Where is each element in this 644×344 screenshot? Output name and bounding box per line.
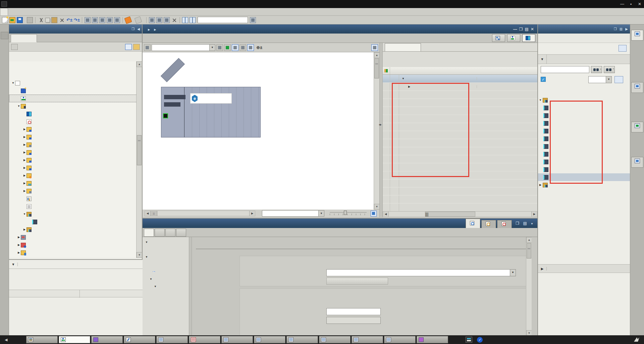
scroll-down-icon[interactable]: ▼ xyxy=(374,204,380,210)
catalog-group-modules[interactable]: ▼ xyxy=(538,96,631,104)
overview-row[interactable] xyxy=(383,107,537,115)
prop-nav-item[interactable] xyxy=(143,268,189,275)
overview-horizontal-scrollbar[interactable]: ◀ ||| ▶ xyxy=(383,211,537,217)
taskbar-item[interactable] xyxy=(254,336,285,343)
close-icon[interactable]: ✕ xyxy=(635,0,644,8)
show-addresses-icon[interactable] xyxy=(216,44,223,51)
fit-to-view-icon[interactable] xyxy=(371,211,377,217)
taskbar-item[interactable] xyxy=(384,336,416,343)
restore-window-icon[interactable] xyxy=(156,17,162,23)
tree-item[interactable]: ▶ xyxy=(9,172,137,179)
expand-arrow-icon[interactable]: ▼ xyxy=(149,278,153,281)
expand-arrow-icon[interactable]: ▼ xyxy=(538,99,543,102)
scroll-up-icon[interactable]: ▲ xyxy=(526,237,532,243)
chevron-down-icon[interactable]: ▼ xyxy=(510,270,516,276)
tree-item[interactable]: ▶ xyxy=(9,141,137,149)
scrollbar-thumb[interactable]: ||| xyxy=(151,211,157,216)
scrollbar-thumb[interactable] xyxy=(374,58,379,78)
scrollbar-thumb[interactable] xyxy=(137,135,142,165)
prop-nav-item[interactable]: ▼ xyxy=(143,283,189,290)
array-window-icon[interactable] xyxy=(164,17,170,23)
save-project-icon[interactable] xyxy=(17,17,23,23)
tree-item[interactable] xyxy=(9,110,137,118)
expand-arrow-icon[interactable]: ▶ xyxy=(17,251,21,254)
tree-item[interactable]: ▼ xyxy=(9,79,137,87)
download-icon[interactable] xyxy=(92,17,98,23)
expand-arrow-icon[interactable]: ▼ xyxy=(11,81,15,84)
scroll-left-icon[interactable]: ◀ xyxy=(383,212,389,217)
prop-nav-item[interactable] xyxy=(143,290,189,297)
overview-row[interactable] xyxy=(383,147,537,155)
profile-select[interactable]: ▼ xyxy=(588,76,612,83)
split-horizontal-icon[interactable] xyxy=(182,17,188,23)
scroll-up-icon[interactable]: ▲ xyxy=(374,52,380,58)
taskbar-item[interactable] xyxy=(352,336,383,343)
catalog-module[interactable] xyxy=(538,135,631,142)
tree-item[interactable]: ▼ xyxy=(9,210,137,218)
zoom-slider[interactable] xyxy=(330,211,367,216)
catalog-module[interactable] xyxy=(538,142,631,150)
subtab-1[interactable] xyxy=(155,229,165,237)
collapse-catalog-icon[interactable]: ▼ xyxy=(538,55,547,64)
overview-row[interactable] xyxy=(383,139,537,147)
expand-arrow-icon[interactable]: ▶ xyxy=(22,143,26,146)
tree-item[interactable]: ▼ xyxy=(9,102,137,110)
catalog-module[interactable] xyxy=(538,166,631,173)
split-vertical-icon[interactable] xyxy=(190,17,196,23)
editor-switch-icon[interactable] xyxy=(466,337,472,343)
edit-profile-icon[interactable] xyxy=(614,76,623,83)
taskbar-item[interactable] xyxy=(26,336,58,343)
tree-item[interactable]: ▶ xyxy=(9,226,137,233)
search-down-icon[interactable] xyxy=(591,66,602,73)
catalog-module[interactable] xyxy=(538,173,631,181)
taskbar-item[interactable] xyxy=(286,336,318,343)
minimize-editor-icon[interactable]: — xyxy=(513,27,517,32)
tree-item[interactable] xyxy=(9,218,137,226)
overview-row[interactable] xyxy=(383,91,537,99)
module-cell[interactable]: ▼ xyxy=(399,77,477,80)
taskbar-item[interactable] xyxy=(319,336,351,343)
overview-row[interactable] xyxy=(383,123,537,131)
diagnostics-icon[interactable] xyxy=(149,17,155,23)
stop-cpu-icon[interactable] xyxy=(114,17,120,23)
properties-splitter[interactable] xyxy=(189,237,192,336)
expand-info-icon[interactable]: ▶ xyxy=(538,267,547,271)
expand-arrow-icon[interactable]: ▼ xyxy=(145,255,149,259)
expand-arrow-icon[interactable]: ▶ xyxy=(22,159,26,162)
subtab-0[interactable] xyxy=(144,229,154,237)
canvas-vertical-scrollbar[interactable]: ▲ ▼ xyxy=(374,52,379,210)
paste-icon[interactable] xyxy=(51,17,57,23)
tree-item[interactable]: ▶ xyxy=(9,156,137,164)
menu-item[interactable] xyxy=(38,8,45,15)
zoom-tool-icon[interactable]: ⊕± xyxy=(256,45,262,50)
head-module[interactable] xyxy=(161,87,184,137)
tree-item[interactable] xyxy=(9,118,137,125)
tree-item[interactable]: ▶ xyxy=(9,133,137,141)
float-panel-icon[interactable]: ❒ xyxy=(516,221,521,226)
expand-arrow-icon[interactable]: ▼ xyxy=(401,77,405,80)
prop-nav-item[interactable]: ▼ xyxy=(143,253,189,261)
tree-item[interactable] xyxy=(9,87,137,95)
tree-item[interactable]: ▶ xyxy=(9,241,137,249)
overview-row[interactable]: ▼ xyxy=(383,75,537,83)
overview-row[interactable] xyxy=(383,99,537,107)
cross-reference-icon[interactable] xyxy=(171,17,177,23)
menu-item[interactable] xyxy=(30,8,38,15)
project-tree-scrollbar[interactable]: ▲ ▼ xyxy=(136,61,142,258)
float-editor-icon[interactable]: ❒ xyxy=(519,27,523,32)
project-search-input[interactable] xyxy=(198,17,248,23)
expand-arrow-icon[interactable]: ▶ xyxy=(22,228,26,231)
chevron-down-icon[interactable]: ▼ xyxy=(318,211,324,216)
device-select[interactable]: ▼ xyxy=(152,44,215,51)
tab-diagnostics[interactable] xyxy=(497,220,512,228)
sync-icon[interactable] xyxy=(371,44,378,51)
collapse-panel-icon[interactable]: ▶ xyxy=(625,27,628,31)
tree-item[interactable]: ▶ xyxy=(9,125,137,133)
network-coupling-icon[interactable] xyxy=(144,44,151,51)
scroll-left-icon[interactable]: ◀ xyxy=(145,211,151,216)
menu-item[interactable] xyxy=(15,8,23,15)
view-tab-device[interactable] xyxy=(522,34,535,42)
menu-item[interactable] xyxy=(60,8,67,15)
taskbar-item[interactable] xyxy=(156,336,188,343)
menu-panel-icon[interactable]: ▤ xyxy=(523,221,528,226)
